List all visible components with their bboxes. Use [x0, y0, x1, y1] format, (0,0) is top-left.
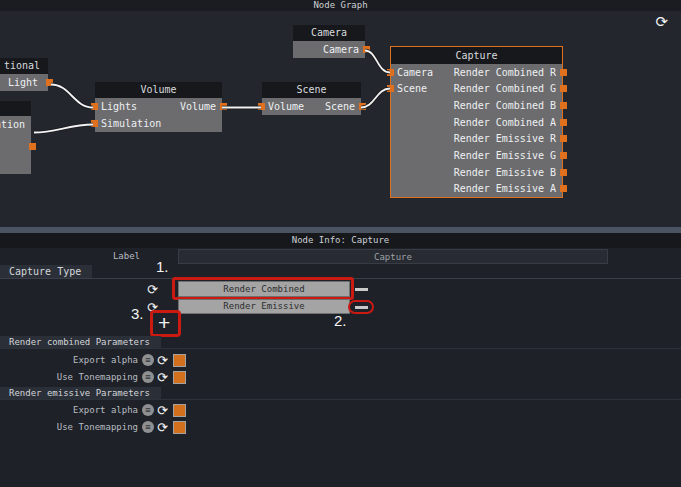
capture-type-entry-2[interactable]: Render Emissive	[178, 299, 350, 314]
param-label: Use Tonemapping	[0, 370, 138, 384]
refresh-icon[interactable]: ⟳	[147, 282, 158, 297]
annotation-box-3	[150, 310, 181, 337]
wire-scene-to-capture[interactable]	[361, 89, 390, 108]
application-window: Node Graph ⟳ tional Light ation	[0, 0, 681, 487]
annotation-number-1: 1.	[156, 258, 169, 275]
annotation-box-1	[172, 277, 354, 300]
menu-circle-icon[interactable]: ≡	[142, 421, 154, 433]
menu-circle-icon[interactable]: ≡	[142, 404, 154, 416]
use-tonemapping-checkbox[interactable]	[173, 371, 186, 384]
section-tab-render-emissive[interactable]: Render emissive Parameters	[0, 387, 161, 399]
label-input[interactable]	[178, 249, 608, 264]
section-divider	[0, 348, 681, 349]
section-tab-capture-type[interactable]: Capture Type	[0, 265, 92, 278]
remove-entry-button[interactable]	[355, 288, 368, 291]
menu-circle-icon[interactable]: ≡	[142, 371, 154, 383]
param-label: Use Tonemapping	[0, 420, 138, 434]
param-label: Export alpha	[0, 403, 138, 417]
wire-layer	[0, 11, 681, 227]
refresh-icon[interactable]: ⟳	[157, 420, 168, 435]
wire-camera-to-capture[interactable]	[365, 51, 390, 73]
wire-light-to-lights[interactable]	[51, 85, 93, 108]
refresh-icon[interactable]: ⟳	[157, 353, 168, 368]
section-divider	[0, 399, 681, 400]
refresh-icon[interactable]: ⟳	[157, 403, 168, 418]
annotation-number-3: 3.	[131, 305, 144, 322]
node-graph-title: Node Graph	[313, 0, 367, 10]
export-alpha-checkbox[interactable]	[173, 354, 186, 367]
annotation-oval-2	[348, 300, 374, 314]
wire-simulation-to-volume[interactable]	[34, 125, 93, 133]
refresh-icon[interactable]: ⟳	[157, 370, 168, 385]
node-info-title: Node Info: Capture	[292, 235, 390, 245]
param-label: Export alpha	[0, 353, 138, 367]
menu-circle-icon[interactable]: ≡	[142, 354, 154, 366]
node-info-panel: Label Capture Type 1. ⟳ Render Combined …	[0, 248, 681, 487]
annotation-number-2: 2.	[334, 312, 347, 329]
node-info-titlebar: Node Info: Capture	[0, 233, 681, 248]
use-tonemapping-checkbox[interactable]	[173, 421, 186, 434]
export-alpha-checkbox[interactable]	[173, 404, 186, 417]
node-graph-titlebar: Node Graph	[0, 0, 681, 11]
node-graph-canvas[interactable]: ⟳ tional Light ation Camera	[0, 11, 681, 227]
section-tab-render-combined[interactable]: Render combined Parameters	[0, 336, 161, 348]
label-field-caption: Label	[0, 251, 140, 261]
